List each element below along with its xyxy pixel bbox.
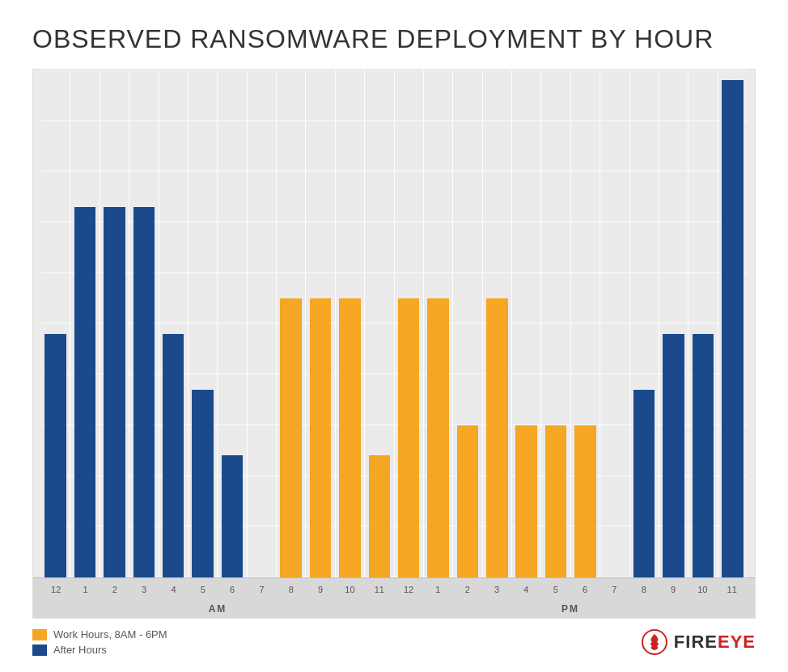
bars-row (41, 70, 747, 577)
bar-col (306, 70, 335, 577)
bar-col (159, 70, 189, 577)
bar-am-12 (44, 334, 66, 577)
fireeye-logo: FIREEYE (642, 629, 756, 655)
x-label: 10 (688, 585, 717, 594)
bar-col (512, 70, 541, 577)
x-label: 4 (159, 585, 188, 594)
x-label: 12 (394, 585, 423, 594)
x-section-pm: PM (394, 603, 747, 615)
bar-col (688, 70, 718, 577)
grid-container (33, 70, 755, 577)
bar-am-3 (133, 207, 155, 577)
bar-col (395, 70, 424, 577)
x-label: 12 (41, 585, 70, 594)
bar-pm-3 (486, 298, 508, 577)
bar-pm-4 (515, 425, 537, 577)
x-label: 5 (541, 585, 570, 594)
x-label: 2 (100, 585, 129, 594)
page: OBSERVED RANSOMWARE DEPLOYMENT BY HOUR 1… (0, 0, 788, 672)
x-label: 8 (629, 585, 659, 594)
bar-pm-8 (633, 390, 655, 577)
bar-col (424, 70, 453, 577)
bar-am-2 (104, 207, 125, 577)
x-axis-sections: AM PM (33, 600, 755, 618)
bar-col (218, 70, 247, 577)
bar-col (718, 70, 747, 577)
bar-col (41, 70, 70, 577)
bar-col (453, 70, 482, 577)
x-label: 3 (129, 585, 159, 594)
x-label: 6 (218, 585, 247, 594)
bar-pm-10 (693, 334, 714, 577)
bar-col (365, 70, 394, 577)
legend-swatch (32, 629, 47, 640)
x-label: 5 (189, 585, 218, 594)
x-label: 6 (570, 585, 599, 594)
bar-pm-2 (457, 425, 479, 577)
bar-pm-9 (663, 334, 684, 577)
x-label: 7 (599, 585, 629, 594)
bar-col (336, 70, 365, 577)
x-label: 11 (365, 585, 394, 594)
bar-am-6 (222, 455, 244, 577)
bar-col (600, 70, 629, 577)
bar-col (129, 70, 159, 577)
x-label: 9 (659, 585, 688, 594)
legend-item: After Hours (32, 644, 167, 656)
bar-pm-5 (545, 425, 567, 577)
bar-col (100, 70, 129, 577)
bar-col (630, 70, 659, 577)
page-title: OBSERVED RANSOMWARE DEPLOYMENT BY HOUR (32, 24, 756, 54)
x-axis: 121234567891011121234567891011 AM PM (33, 577, 755, 618)
x-label: 9 (306, 585, 335, 594)
bar-pm-11 (722, 80, 744, 577)
x-section-am: AM (41, 603, 394, 615)
legend-swatch (32, 645, 47, 656)
bar-am-10 (339, 298, 361, 577)
bar-am-9 (310, 298, 332, 577)
bar-am-11 (369, 455, 391, 577)
legend-label: After Hours (53, 644, 107, 656)
bottom-row: Work Hours, 8AM - 6PMAfter Hours FIREEYE (32, 619, 756, 656)
bar-col (277, 70, 306, 577)
x-label: 7 (247, 585, 276, 594)
x-label: 10 (335, 585, 364, 594)
bar-col (659, 70, 688, 577)
bar-pm-12 (398, 298, 420, 577)
legend-item: Work Hours, 8AM - 6PM (32, 628, 167, 640)
chart-area: 121234567891011121234567891011 AM PM (32, 69, 756, 619)
bar-col (571, 70, 600, 577)
bar-col (541, 70, 570, 577)
bar-col (189, 70, 218, 577)
bar-pm-1 (427, 298, 449, 577)
legend-label: Work Hours, 8AM - 6PM (53, 628, 167, 640)
bar-pm-6 (574, 425, 596, 577)
bar-am-5 (192, 390, 214, 577)
legend: Work Hours, 8AM - 6PMAfter Hours (32, 628, 167, 656)
bar-col (483, 70, 512, 577)
bar-col (70, 70, 100, 577)
x-label: 3 (482, 585, 511, 594)
x-axis-labels: 121234567891011121234567891011 (33, 577, 755, 600)
fireeye-accent: EYE (718, 632, 756, 652)
x-label: 8 (277, 585, 306, 594)
x-label: 11 (718, 585, 747, 594)
bar-col (248, 70, 277, 577)
x-label: 1 (423, 585, 452, 594)
fireeye-name-text: FIREEYE (674, 632, 756, 653)
bar-am-4 (163, 334, 184, 577)
x-label: 1 (70, 585, 100, 594)
fireeye-icon (642, 629, 667, 655)
bar-am-1 (74, 207, 96, 577)
x-label: 4 (511, 585, 540, 594)
bar-am-8 (280, 298, 302, 577)
x-label: 2 (453, 585, 482, 594)
